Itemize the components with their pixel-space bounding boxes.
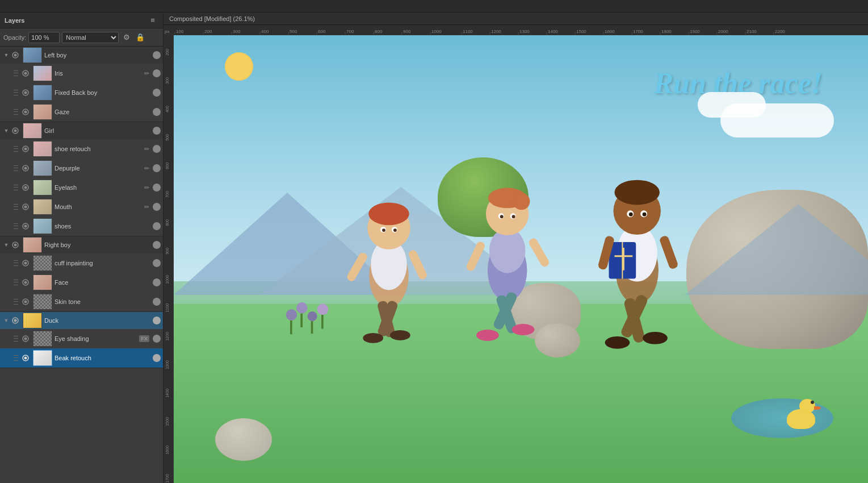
options-dot-left-boy[interactable]	[153, 51, 161, 59]
options-beak-retouch[interactable]	[153, 354, 161, 362]
canvas-with-side-ruler: 200 300 400 500 600 700 800 900 1000 110…	[163, 35, 868, 483]
drag-handle-eyelash[interactable]	[14, 184, 19, 191]
visibility-cuff[interactable]	[20, 258, 31, 268]
visibility-beak-retouch[interactable]	[20, 353, 31, 363]
layer-row-eyelash[interactable]: Eyelash ✏	[0, 178, 163, 197]
drag-handle-iris[interactable]	[14, 69, 19, 77]
svg-point-128	[512, 215, 515, 219]
drag-handle-shoe-retouch[interactable]	[14, 145, 19, 153]
left-ruler-svg: 200 300 400 500 600 700 800 900 1000 110…	[163, 35, 174, 483]
options-dot-girl[interactable]	[153, 127, 161, 135]
edit-eyelash[interactable]: ✏	[141, 182, 152, 193]
options-face[interactable]	[153, 278, 161, 286]
top-ruler-svg: px 100 200 300 400 500 600	[163, 25, 868, 35]
layer-row-mouth[interactable]: Mouth ✏	[0, 197, 163, 216]
options-shoes[interactable]	[153, 222, 161, 230]
layer-group-row-left-boy[interactable]: ▼ Left boy	[0, 47, 163, 64]
left-ruler: 200 300 400 500 600 700 800 900 1000 110…	[163, 35, 174, 483]
layer-row-gaze[interactable]: Gaze	[0, 102, 163, 122]
options-skin-tone[interactable]	[153, 298, 161, 306]
edit-iris[interactable]: ✏	[141, 68, 152, 78]
options-gaze[interactable]	[153, 108, 161, 116]
thumb-face	[33, 274, 52, 290]
drag-handle-mouth[interactable]	[14, 203, 19, 211]
layer-row-eye-shading[interactable]: Eye shading FX	[0, 329, 163, 348]
visibility-skin-tone[interactable]	[20, 297, 31, 307]
drag-handle-cuff[interactable]	[14, 259, 19, 267]
layer-group-row-girl[interactable]: ▼ Girl	[0, 122, 163, 139]
drag-handle-gaze[interactable]	[14, 108, 19, 116]
expand-icon-left-boy[interactable]: ▼	[2, 51, 10, 59]
layer-row-cuff-inpainting[interactable]: cuff inpainting	[0, 253, 163, 273]
layer-row-depurple[interactable]: Depurple ✏	[0, 159, 163, 178]
options-fixed-back-boy[interactable]	[153, 89, 161, 97]
options-depurple[interactable]	[153, 164, 161, 172]
options-mouth[interactable]	[153, 203, 161, 211]
edit-mouth[interactable]: ✏	[141, 202, 152, 212]
layer-group-row-right-boy[interactable]: ▼ Right boy	[0, 236, 163, 253]
svg-rect-124	[527, 237, 550, 268]
options-shoe-retouch[interactable]	[153, 145, 161, 153]
svg-text:1300: 1300	[165, 360, 169, 369]
layer-row-iris[interactable]: Iris ✏	[0, 64, 163, 83]
options-iris[interactable]	[153, 69, 161, 77]
visibility-fixed-back-boy[interactable]	[20, 88, 31, 98]
visibility-iris[interactable]	[20, 68, 31, 78]
svg-point-149	[308, 311, 317, 321]
canvas-viewport[interactable]: Run the race!	[174, 35, 868, 483]
edit-depurple[interactable]: ✏	[141, 163, 152, 173]
visibility-eyelash[interactable]	[20, 182, 31, 193]
main-layout: Layers ≡ Opacity: Normal ⚙ 🔒 ▼	[0, 13, 868, 483]
visibility-right-boy[interactable]	[10, 240, 20, 250]
svg-point-13	[24, 167, 27, 170]
drag-handle-depurple[interactable]	[14, 164, 19, 172]
drag-handle-eye-shading[interactable]	[14, 335, 19, 343]
layer-row-shoes[interactable]: shoes	[0, 216, 163, 236]
layer-row-shoe-retouch[interactable]: shoe retouch ✏	[0, 139, 163, 159]
svg-text:1500: 1500	[576, 29, 586, 34]
options-cuff[interactable]	[153, 259, 161, 267]
layer-name-fixed-back-boy: Fixed Back boy	[54, 89, 152, 96]
svg-point-127	[500, 215, 504, 219]
opacity-input[interactable]	[28, 32, 60, 43]
drag-handle-face[interactable]	[14, 278, 19, 286]
layer-row-face[interactable]: Face	[0, 273, 163, 292]
drag-handle-fixed-back-boy[interactable]	[14, 89, 19, 97]
drag-handle-skin-tone[interactable]	[14, 298, 19, 306]
visibility-face[interactable]	[20, 277, 31, 288]
drag-handle-shoes[interactable]	[14, 222, 19, 230]
drag-handle-beak-retouch[interactable]	[14, 354, 19, 362]
expand-icon-duck[interactable]: ▼	[2, 317, 10, 324]
lock-button[interactable]: 🔒	[135, 32, 146, 43]
options-eyelash[interactable]	[153, 184, 161, 191]
layer-row-fixed-back-boy[interactable]: Fixed Back boy	[0, 83, 163, 102]
visibility-shoes[interactable]	[20, 221, 31, 231]
visibility-left-boy[interactable]	[10, 50, 20, 60]
layers-menu-button[interactable]: ≡	[147, 15, 158, 26]
options-dot-duck[interactable]	[153, 317, 161, 324]
layer-row-skin-tone[interactable]: Skin tone	[0, 292, 163, 311]
visibility-gaze[interactable]	[20, 107, 31, 117]
visibility-eye-shading[interactable]	[20, 334, 31, 344]
visibility-girl[interactable]	[10, 126, 20, 136]
svg-point-17	[24, 206, 27, 209]
svg-point-19	[24, 225, 27, 228]
layer-group-row-duck[interactable]: ▼ Duck	[0, 312, 163, 329]
svg-point-121	[476, 330, 499, 341]
expand-icon-right-boy[interactable]: ▼	[2, 241, 10, 249]
edit-shoe-retouch[interactable]: ✏	[141, 144, 152, 154]
expand-icon-girl[interactable]: ▼	[2, 127, 10, 135]
flowers-svg	[278, 281, 417, 348]
settings-button[interactable]: ⚙	[121, 32, 132, 43]
visibility-shoe-retouch[interactable]	[20, 144, 31, 154]
duck-body	[787, 409, 815, 429]
options-eye-shading[interactable]	[153, 335, 161, 343]
svg-text:1600: 1600	[605, 29, 615, 34]
visibility-depurple[interactable]	[20, 163, 31, 173]
visibility-duck[interactable]	[10, 315, 20, 326]
blend-mode-select[interactable]: Normal	[62, 32, 119, 43]
options-dot-right-boy[interactable]	[153, 241, 161, 249]
layer-row-beak-retouch[interactable]: Beak retouch	[0, 348, 163, 368]
thumb-fixed-back-boy	[33, 85, 52, 101]
visibility-mouth[interactable]	[20, 202, 31, 212]
